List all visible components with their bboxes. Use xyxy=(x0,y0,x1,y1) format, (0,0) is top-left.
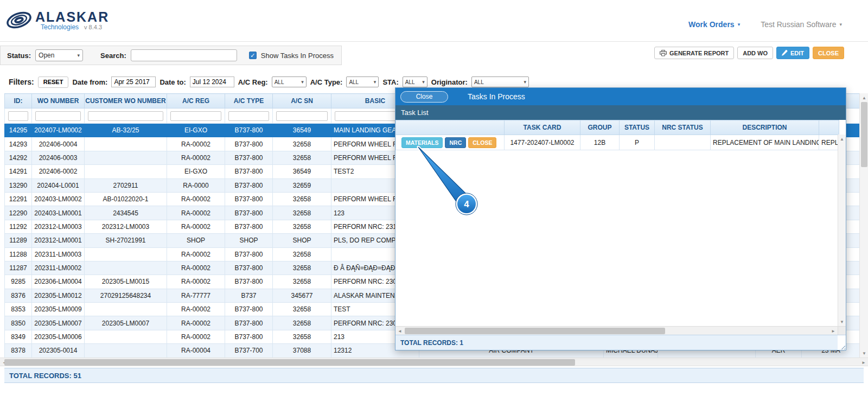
scroll-right-icon[interactable]: ► xyxy=(829,327,838,335)
work-order-cell: RA-00002 xyxy=(167,206,225,220)
task-hscroll-thumb[interactable] xyxy=(405,328,665,334)
task-column-header[interactable]: NRC STATUS xyxy=(655,120,711,135)
search-input[interactable] xyxy=(131,49,237,61)
chevron-down-icon: ▾ xyxy=(422,79,425,85)
reset-filters-button[interactable]: RESET xyxy=(38,76,69,88)
task-vertical-scrollbar[interactable]: ▲ ▼ xyxy=(838,135,846,326)
work-order-cell: AB-01022020-1 xyxy=(85,192,167,206)
column-filter-input[interactable] xyxy=(88,111,163,121)
work-order-cell: 345677 xyxy=(273,289,331,302)
column-filter-input[interactable] xyxy=(8,111,28,121)
materials-button[interactable]: MATERIALS xyxy=(401,137,443,148)
task-table-header-row: TASK CARDGROUPSTATUSNRC STATUSDESCRIPTIO… xyxy=(396,120,839,135)
ac-type-select[interactable]: ALL ▾ xyxy=(346,76,379,87)
task-column-header[interactable]: DESCRIPTION xyxy=(711,120,819,135)
work-order-cell: B737-800 xyxy=(225,178,273,192)
work-order-cell: 32658 xyxy=(273,316,331,330)
task-horizontal-scrollbar[interactable]: ◄ ► xyxy=(395,326,846,335)
main-filter-cell xyxy=(225,109,273,124)
task-column-header[interactable]: GROUP xyxy=(580,120,620,135)
scroll-right-icon[interactable]: ► xyxy=(859,358,868,367)
top-nav: Work Orders ▾ Test Russian Software ▾ xyxy=(688,20,842,29)
logo-swirl-icon xyxy=(5,8,33,33)
column-filter-input[interactable] xyxy=(276,111,328,121)
task-actions-cell: MATERIALSNRCCLOSE xyxy=(396,135,505,150)
main-filter-cell xyxy=(32,109,85,124)
task-column-header[interactable]: STATUS xyxy=(620,120,655,135)
work-order-cell: B737-800 xyxy=(225,220,273,233)
work-order-cell: 32659 xyxy=(273,178,331,192)
add-wo-button[interactable]: ADD WO xyxy=(737,47,773,59)
work-order-cell: 8349 xyxy=(5,330,32,343)
task-column-header[interactable] xyxy=(819,120,839,135)
close-button[interactable]: CLOSE xyxy=(468,137,496,148)
main-column-header[interactable]: CUSTOMER WO NUMBER xyxy=(85,94,167,109)
task-row[interactable]: MATERIALSNRCCLOSE1477-202407-LM000212BPR… xyxy=(396,135,839,150)
work-order-cell: 11288 xyxy=(5,247,32,261)
close-wo-button[interactable]: CLOSE xyxy=(813,47,844,59)
column-filter-input[interactable] xyxy=(35,111,81,121)
main-column-header[interactable]: A/C TYPE xyxy=(225,94,273,109)
edit-label: EDIT xyxy=(790,50,804,56)
scroll-up-icon[interactable]: ▲ xyxy=(838,135,846,143)
date-to-input[interactable] xyxy=(190,76,234,87)
main-hscroll-thumb[interactable] xyxy=(4,359,575,366)
status-select[interactable]: Open ▾ xyxy=(35,49,83,61)
tasks-close-button[interactable]: Close xyxy=(400,91,448,103)
column-filter-input[interactable] xyxy=(170,111,221,121)
originator-select[interactable]: ALL ▾ xyxy=(471,76,529,87)
scroll-left-icon[interactable]: ◄ xyxy=(395,327,404,335)
nav-user-menu[interactable]: Test Russian Software ▾ xyxy=(761,20,842,29)
filters-label: Filters: xyxy=(9,78,34,86)
work-order-cell: 202403-LM0001 xyxy=(32,206,85,220)
nav-work-orders[interactable]: Work Orders ▾ xyxy=(688,20,740,29)
work-order-cell: 12290 xyxy=(5,206,32,220)
work-order-cell: 202406-0004 xyxy=(32,137,85,151)
main-vscroll-thumb[interactable] xyxy=(861,102,867,167)
work-order-cell: B737-800 xyxy=(225,316,273,330)
work-order-cell: 2434545 xyxy=(85,206,167,220)
work-order-cell: 202312-LM0001 xyxy=(32,234,85,247)
date-from-input[interactable] xyxy=(111,76,156,87)
main-column-header[interactable]: ID: xyxy=(5,94,32,109)
work-order-cell xyxy=(85,344,167,358)
generate-report-button[interactable]: GENERATE REPORT xyxy=(654,47,734,59)
main-horizontal-scrollbar[interactable]: ◄ ► xyxy=(0,358,868,366)
work-order-cell: B737-800 xyxy=(225,124,273,137)
task-table: TASK CARDGROUPSTATUSNRC STATUSDESCRIPTIO… xyxy=(395,120,839,150)
scroll-down-icon[interactable]: ▼ xyxy=(860,349,868,358)
ac-reg-select[interactable]: ALL ▾ xyxy=(272,76,307,87)
work-order-cell: RA-77777 xyxy=(167,289,225,302)
work-order-cell: B737-800 xyxy=(225,206,273,220)
scroll-up-icon[interactable]: ▲ xyxy=(860,93,868,102)
main-column-header[interactable]: A/C REG xyxy=(167,94,225,109)
work-order-cell: 8350 xyxy=(5,316,32,330)
main-column-header[interactable]: A/C SN xyxy=(273,94,331,109)
work-order-cell: SH-27021991 xyxy=(85,234,167,247)
nrc-button[interactable]: NRC xyxy=(445,137,466,148)
ac-type-value: ALL xyxy=(349,79,359,85)
scroll-down-icon[interactable]: ▼ xyxy=(838,317,846,326)
main-vertical-scrollbar[interactable]: ▲ ▼ xyxy=(859,93,868,358)
task-cell: REPLACEMENT OF MAIN LANDING xyxy=(711,135,819,150)
column-filter-input[interactable] xyxy=(228,111,269,121)
work-order-cell xyxy=(85,303,167,316)
sta-select[interactable]: ALL ▾ xyxy=(403,76,427,87)
task-column-header[interactable] xyxy=(396,120,505,135)
sta-value: ALL xyxy=(405,79,415,85)
work-order-cell: 202312-LM0003 xyxy=(32,220,85,233)
resize-grip[interactable] xyxy=(838,335,846,350)
nav-user-menu-label: Test Russian Software xyxy=(761,20,836,29)
work-order-cell: 202403-LM0002 xyxy=(32,192,85,206)
work-order-cell: 14292 xyxy=(5,151,32,164)
tasks-in-process-panel: Close Tasks In Process Task List TASK CA… xyxy=(395,87,846,350)
task-column-header[interactable]: TASK CARD xyxy=(505,120,580,135)
main-column-header[interactable]: WO NUMBER xyxy=(32,94,85,109)
show-tasks-checkbox[interactable]: ✓ xyxy=(249,52,257,59)
edit-button[interactable]: EDIT xyxy=(776,47,809,59)
work-order-cell: 202406-0003 xyxy=(32,151,85,164)
tasks-footer: TOTAL RECORDS: 1 xyxy=(395,335,846,350)
status-label: Status: xyxy=(7,52,31,60)
work-order-cell: 11292 xyxy=(5,220,32,233)
work-order-cell: 202305-LM0015 xyxy=(85,275,167,289)
